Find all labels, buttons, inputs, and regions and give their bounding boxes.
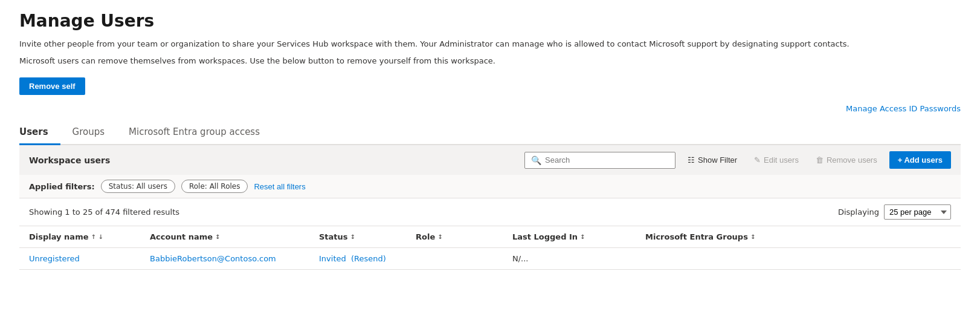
col-header-role[interactable]: Role ↕ — [416, 232, 512, 241]
add-users-button[interactable]: + Add users — [889, 151, 951, 169]
manage-access-link[interactable]: Manage Access ID Passwords — [846, 104, 961, 113]
sort-icon-status: ↕ — [350, 233, 355, 240]
tab-groups[interactable]: Groups — [60, 122, 117, 145]
displaying-label: Displaying — [838, 207, 879, 217]
filter-icon: ☷ — [688, 155, 695, 165]
cell-last-logged-in: N/... — [512, 254, 645, 263]
cell-entra-groups — [645, 254, 951, 263]
tab-users[interactable]: Users — [19, 122, 60, 145]
remove-self-button[interactable]: Remove self — [19, 77, 85, 95]
tabs-row: Users Groups Microsoft Entra group acces… — [19, 122, 961, 145]
col-header-status[interactable]: Status ↕ — [319, 232, 416, 241]
status-filter-chip[interactable]: Status: All users — [101, 180, 175, 193]
page-title: Manage Users — [19, 11, 961, 31]
toolbar: Workspace users 🔍 ☷ Show Filter ✎ Edit u… — [19, 145, 961, 175]
manage-access-link-container: Manage Access ID Passwords — [19, 103, 961, 113]
description-1: Invite other people from your team or or… — [19, 38, 961, 50]
status-resend[interactable]: (Resend) — [351, 254, 386, 263]
sort-icon-account: ↕ — [215, 233, 220, 240]
sort-icon-entra: ↕ — [750, 233, 755, 240]
show-filter-button[interactable]: ☷ Show Filter — [683, 152, 742, 168]
table-container: Display name ↑ ↓ Account name ↕ Status ↕… — [19, 226, 961, 270]
sort-asc-icon: ↑ ↓ — [91, 233, 103, 240]
table-row: Unregistered BabbieRobertson@Contoso.com… — [19, 248, 961, 270]
cell-account-name: BabbieRobertson@Contoso.com — [150, 254, 319, 263]
remove-users-button[interactable]: 🗑 Remove users — [811, 152, 882, 168]
account-name-link[interactable]: BabbieRobertson@Contoso.com — [150, 254, 276, 263]
sort-icon-role: ↕ — [437, 233, 442, 240]
cell-status: Invited (Resend) — [319, 254, 416, 263]
per-page-wrapper: Displaying 25 per page 10 per page 50 pe… — [838, 204, 951, 220]
reset-filters-button[interactable]: Reset all filters — [254, 182, 305, 191]
trash-icon: 🗑 — [816, 155, 824, 165]
search-icon: 🔍 — [531, 155, 541, 165]
search-box: 🔍 — [524, 152, 675, 169]
per-page-select[interactable]: 25 per page 10 per page 50 per page 100 … — [884, 204, 951, 220]
col-header-account-name[interactable]: Account name ↕ — [150, 232, 319, 241]
search-input[interactable] — [545, 155, 669, 165]
applied-filters-label: Applied filters: — [29, 182, 95, 191]
table-header: Display name ↑ ↓ Account name ↕ Status ↕… — [19, 226, 961, 248]
sort-icon-last-logged: ↕ — [580, 233, 585, 240]
description-2: Microsoft users can remove themselves fr… — [19, 55, 961, 67]
tab-entra[interactable]: Microsoft Entra group access — [117, 122, 272, 145]
col-header-display-name[interactable]: Display name ↑ ↓ — [29, 232, 150, 241]
cell-display-name: Unregistered — [29, 254, 150, 263]
edit-icon: ✎ — [754, 155, 761, 165]
workspace-users-title: Workspace users — [29, 155, 517, 165]
filters-bar: Applied filters: Status: All users Role:… — [19, 175, 961, 198]
edit-users-button[interactable]: ✎ Edit users — [749, 152, 804, 168]
cell-role — [416, 254, 512, 263]
col-header-entra-groups[interactable]: Microsoft Entra Groups ↕ — [645, 232, 951, 241]
results-count: Showing 1 to 25 of 474 filtered results — [29, 207, 179, 217]
status-text: Invited — [319, 254, 346, 263]
col-header-last-logged-in[interactable]: Last Logged In ↕ — [512, 232, 645, 241]
results-bar: Showing 1 to 25 of 474 filtered results … — [19, 198, 961, 226]
display-name-link[interactable]: Unregistered — [29, 254, 80, 263]
role-filter-chip[interactable]: Role: All Roles — [181, 180, 248, 193]
